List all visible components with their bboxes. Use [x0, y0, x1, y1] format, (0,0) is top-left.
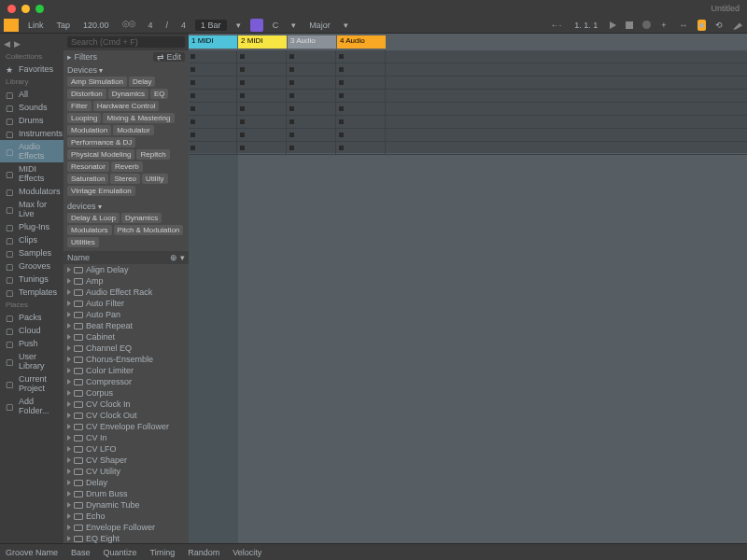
filter-tag[interactable]: Saturation — [67, 174, 108, 184]
app-logo-icon[interactable] — [4, 19, 19, 32]
device-item[interactable]: Auto Filter — [63, 298, 189, 309]
filter-tag[interactable]: Reverb — [111, 161, 143, 172]
clip-slot[interactable] — [189, 90, 237, 102]
filter-tag[interactable]: Utilities — [67, 237, 99, 247]
filter-tag[interactable]: Hardware Control — [93, 101, 160, 111]
expand-icon[interactable] — [67, 390, 71, 396]
device-item[interactable]: Echo — [63, 511, 189, 522]
sidebar-item-instruments[interactable]: ▢Instruments — [0, 127, 63, 140]
sidebar-item-drums[interactable]: ▢Drums — [0, 114, 63, 127]
filter-tag[interactable]: Dynamics — [121, 213, 162, 223]
device-item[interactable]: Dynamic Tube — [63, 499, 189, 511]
expand-icon[interactable] — [67, 469, 71, 474]
sidebar-item-samples[interactable]: ▢Samples — [0, 246, 63, 259]
device-item[interactable]: Drum Buss — [63, 488, 189, 499]
play-button[interactable] — [607, 20, 618, 31]
expand-icon[interactable] — [67, 312, 71, 317]
filter-tag[interactable]: Modulation — [67, 125, 111, 135]
clip-slot[interactable] — [288, 63, 336, 76]
filter-tag[interactable]: Looping — [67, 113, 101, 123]
clip-slot[interactable] — [189, 142, 237, 154]
session-record-button[interactable]: ■ — [698, 20, 706, 31]
expand-icon[interactable] — [67, 457, 71, 463]
expand-icon[interactable] — [67, 368, 71, 373]
devices2-filter-label[interactable]: devices ▾ — [63, 200, 189, 213]
track-header-1[interactable]: 1 MIDI — [189, 35, 237, 49]
expand-icon[interactable] — [67, 502, 71, 508]
expand-icon[interactable] — [67, 480, 71, 485]
tap-button[interactable]: Tap — [53, 21, 75, 30]
clip-slot[interactable] — [337, 63, 386, 76]
overdub-icon[interactable]: + — [657, 21, 669, 30]
device-item[interactable]: Compressor — [63, 376, 189, 387]
device-item[interactable]: CV Clock In — [63, 399, 189, 410]
name-column-header[interactable]: Name — [67, 253, 90, 262]
follow-icon[interactable]: ←· — [547, 21, 566, 30]
filter-tag[interactable]: Modulators — [67, 225, 112, 235]
session-view[interactable]: 1 MIDI2 MIDI3 Audio4 Audio — [189, 34, 747, 543]
filter-tag[interactable]: Stereo — [110, 174, 140, 184]
device-item[interactable]: Audio Effect Rack — [63, 287, 189, 298]
clip-slot[interactable] — [288, 129, 336, 141]
expand-icon[interactable] — [67, 525, 71, 530]
filter-tag[interactable]: Distortion — [67, 89, 106, 99]
clip-slot[interactable] — [337, 77, 386, 89]
track-header-3[interactable]: 3 Audio — [288, 35, 336, 49]
expand-icon[interactable] — [67, 379, 71, 385]
collapse-sidebar-icon[interactable]: ◀ — [4, 39, 10, 49]
expand-icon[interactable] — [67, 289, 71, 295]
clip-slot[interactable] — [288, 116, 336, 128]
loop-icon[interactable]: ⟲ — [712, 21, 726, 30]
expand-icon[interactable] — [67, 491, 71, 497]
metronome-icon[interactable]: ⦾⦾ — [119, 20, 139, 30]
place-item-current-project[interactable]: ▢Current Project — [0, 372, 63, 395]
minimize-icon[interactable] — [21, 5, 30, 13]
clip-slot[interactable] — [238, 90, 287, 102]
device-item[interactable]: Auto Pan — [63, 309, 189, 320]
expand-icon[interactable] — [67, 536, 71, 541]
clip-slot[interactable] — [238, 77, 287, 89]
devices-filter-label[interactable]: Devices ▾ — [63, 63, 189, 77]
expand-icon[interactable] — [67, 345, 71, 351]
device-item[interactable]: Beat Repeat — [63, 320, 189, 331]
maximize-icon[interactable] — [35, 5, 44, 13]
track-header-4[interactable]: 4 Audio — [337, 35, 386, 49]
filter-tag[interactable]: Resonator — [67, 161, 109, 172]
sidebar-item-tunings[interactable]: ▢Tunings — [0, 273, 63, 286]
filter-tag[interactable]: EQ — [150, 89, 169, 99]
clip-slot[interactable] — [238, 63, 287, 76]
expand-icon[interactable] — [67, 401, 71, 407]
expand-icon[interactable] — [67, 413, 71, 418]
filter-tag[interactable]: Delay — [129, 77, 155, 87]
filter-tag[interactable]: Physical Modeling — [67, 149, 134, 160]
close-icon[interactable] — [7, 5, 16, 13]
device-item[interactable]: Chorus-Ensemble — [63, 354, 189, 365]
link-button[interactable]: Link — [24, 21, 48, 30]
clip-slot[interactable] — [189, 77, 237, 89]
device-item[interactable]: Align Delay — [63, 264, 189, 275]
favorites-item[interactable]: ★Favorites — [0, 63, 63, 76]
sidebar-item-modulators[interactable]: ▢Modulators — [0, 185, 63, 198]
clip-slot[interactable] — [238, 116, 287, 128]
time-sig-num[interactable]: 4 — [145, 21, 157, 30]
device-item[interactable]: EQ Eight — [63, 533, 189, 543]
clip-slot[interactable] — [288, 142, 336, 154]
time-sig-den[interactable]: 4 — [177, 21, 190, 30]
device-item[interactable]: CV Shaper — [63, 455, 189, 466]
sidebar-item-midi-effects[interactable]: ▢MIDI Effects — [0, 162, 63, 185]
sidebar-item-templates[interactable]: ▢Templates — [0, 286, 63, 299]
device-item[interactable]: Corpus — [63, 387, 189, 399]
device-item[interactable]: CV In — [63, 432, 189, 443]
filter-tag[interactable]: Utility — [142, 174, 168, 184]
device-item[interactable]: CV Envelope Follower — [63, 421, 189, 432]
expand-icon[interactable] — [67, 323, 71, 329]
device-item[interactable]: Envelope Follower — [63, 522, 189, 533]
clip-slot[interactable] — [238, 103, 287, 115]
automation-icon[interactable]: ↔ — [676, 21, 692, 30]
clip-slot[interactable] — [189, 116, 237, 128]
clip-slot[interactable] — [288, 90, 336, 102]
filter-tag[interactable]: Pitch & Modulation — [114, 225, 184, 235]
sidebar-item-max-for-live[interactable]: ▢Max for Live — [0, 198, 63, 220]
filter-tag[interactable]: Delay & Loop — [67, 213, 120, 223]
scale-toggle[interactable] — [250, 19, 263, 32]
